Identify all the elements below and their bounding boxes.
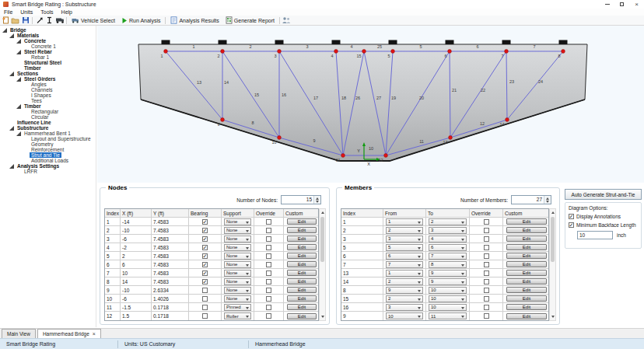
spin-down-icon[interactable]	[546, 201, 549, 203]
override-checkbox[interactable]	[484, 296, 489, 302]
to-dropdown[interactable]: 6	[429, 244, 467, 251]
tree-item-circular[interactable]: Circular	[0, 114, 96, 120]
backface-length-input[interactable]: 10	[577, 231, 613, 239]
bearing-checkbox[interactable]: ✓	[202, 228, 208, 233]
node-row[interactable]: 2-107.4583✓NoneEdit	[105, 226, 318, 235]
override-checkbox[interactable]	[484, 262, 489, 267]
spin-down-icon[interactable]	[316, 201, 319, 203]
bearing-checkbox[interactable]	[202, 296, 208, 302]
expander-icon[interactable]	[16, 50, 21, 54]
edit-button[interactable]: Edit	[287, 218, 317, 225]
number-of-members-spinner[interactable]: 27	[511, 195, 551, 204]
from-dropdown[interactable]: 10	[386, 312, 423, 319]
edit-button[interactable]: Edit	[506, 270, 547, 276]
truss-node-12[interactable]	[384, 154, 388, 158]
truss-node-13[interactable]	[449, 136, 453, 140]
close-button[interactable]: ×	[629, 0, 644, 9]
override-checkbox[interactable]	[266, 236, 271, 242]
expander-icon[interactable]	[2, 28, 7, 33]
override-checkbox[interactable]	[266, 313, 271, 319]
generate-report-button[interactable]: Generate Report	[222, 16, 278, 25]
override-checkbox[interactable]	[484, 228, 489, 233]
to-dropdown[interactable]: 9	[429, 278, 467, 285]
override-checkbox[interactable]	[266, 270, 271, 276]
bearing-checkbox[interactable]: ✓	[202, 262, 208, 267]
to-dropdown[interactable]: 4	[429, 236, 467, 243]
from-dropdown[interactable]: 7	[386, 261, 423, 268]
tree-item-rebar-1[interactable]: Rebar 1	[0, 54, 96, 60]
member-row[interactable]: 334Edit	[341, 235, 548, 243]
truss-node-14[interactable]	[506, 118, 509, 122]
support-dropdown[interactable]: None	[224, 287, 251, 294]
truss-node-8[interactable]	[562, 50, 565, 54]
node-row[interactable]: 4-27.4583✓NoneEdit	[105, 243, 318, 252]
edit-button[interactable]: Edit	[506, 287, 547, 293]
bearing-checkbox[interactable]: ✓	[202, 279, 208, 284]
from-dropdown[interactable]: 1	[386, 218, 423, 225]
member-row[interactable]: 1319Edit	[341, 269, 548, 277]
tree-item-additional-loads[interactable]: Additional Loads	[0, 158, 96, 163]
expander-icon[interactable]	[9, 126, 14, 131]
tree-item-reinforcement[interactable]: Reinforcement	[0, 147, 96, 152]
edit-button[interactable]: Edit	[287, 295, 317, 302]
to-dropdown[interactable]: 10	[429, 287, 467, 294]
truss-node-10[interactable]	[278, 136, 282, 140]
support-dropdown[interactable]: None	[224, 270, 251, 277]
minimize-button[interactable]	[600, 0, 614, 9]
tree-item-i-shapes[interactable]: I Shapes	[0, 92, 96, 98]
bearing-checkbox[interactable]: ✓	[202, 245, 208, 250]
tab-main-view[interactable]: Main View	[2, 329, 36, 338]
truss-node-3[interactable]	[278, 50, 282, 54]
auto-generate-strut-and-tie-button[interactable]: Auto Generate Strut-and-Tie	[565, 189, 642, 200]
override-checkbox[interactable]	[484, 313, 489, 319]
truss-node-15[interactable]	[362, 50, 366, 54]
menu-help[interactable]: Help	[58, 9, 76, 15]
from-dropdown[interactable]: 2	[386, 278, 423, 285]
number-of-nodes-spinner[interactable]: 15	[281, 195, 321, 204]
to-dropdown[interactable]: 10	[429, 295, 467, 302]
override-checkbox[interactable]	[266, 288, 271, 293]
display-annotations-checkbox[interactable]: ✓	[569, 214, 574, 219]
tree-item-concrete-1[interactable]: Concrete 1	[0, 44, 96, 49]
node-row[interactable]: 7107.4583✓NoneEdit	[105, 269, 318, 277]
expander-icon[interactable]	[16, 39, 21, 44]
bearing-checkbox[interactable]: ✓	[202, 219, 208, 225]
edit-button[interactable]: Edit	[287, 278, 317, 284]
from-dropdown[interactable]: 6	[386, 253, 423, 260]
override-checkbox[interactable]	[266, 228, 271, 233]
bearing-checkbox[interactable]: ✓	[202, 270, 208, 276]
tree-item-analysis-settings[interactable]: Analysis Settings	[0, 163, 96, 169]
override-checkbox[interactable]	[266, 219, 271, 225]
override-checkbox[interactable]	[266, 305, 271, 310]
edit-button[interactable]: Edit	[287, 270, 317, 276]
truss-node-6[interactable]	[448, 50, 452, 54]
from-dropdown[interactable]: 5	[386, 244, 423, 251]
expander-icon[interactable]	[9, 72, 14, 76]
maximize-button[interactable]	[614, 0, 629, 9]
bearing-checkbox[interactable]: ✓	[202, 236, 208, 242]
edit-button[interactable]: Edit	[287, 287, 317, 293]
support-dropdown[interactable]: None	[224, 261, 251, 268]
tree-item-influence-line[interactable]: Influence Line	[0, 120, 96, 125]
tree-item-substructure[interactable]: Substructure	[0, 125, 96, 131]
tree-item-materials[interactable]: Materials	[0, 33, 96, 38]
tree-item-structural-steel[interactable]: Structural Steel	[0, 60, 96, 65]
node-row[interactable]: 667.4583✓NoneEdit	[105, 260, 318, 269]
member-row[interactable]: 16310Edit	[341, 303, 548, 312]
tree-item-lrfr[interactable]: LRFR	[0, 169, 96, 174]
run-analysis-button[interactable]: Run Analysis	[118, 16, 163, 25]
truss-node-9[interactable]	[221, 118, 225, 122]
tree-item-sections[interactable]: Sections	[0, 71, 96, 76]
to-dropdown[interactable]: 3	[429, 227, 467, 234]
members-table-scrollbar[interactable]	[549, 208, 556, 321]
tab-hammerhead-bridge[interactable]: Hammerhead Bridge ×	[37, 329, 101, 338]
edit-button[interactable]: Edit	[506, 261, 547, 267]
truss-node-1[interactable]	[164, 50, 168, 54]
vehicle-select-button[interactable]: Vehicle Select	[68, 16, 118, 25]
node-row[interactable]: 8147.4583✓NoneEdit	[105, 277, 318, 286]
tree-item-layout-and-superstructure[interactable]: Layout and Superstructure	[0, 136, 96, 141]
expander-icon[interactable]	[9, 164, 14, 169]
edit-button[interactable]: Edit	[506, 227, 547, 233]
member-row[interactable]: 778Edit	[341, 260, 548, 269]
menu-tools[interactable]: Tools	[37, 9, 57, 15]
